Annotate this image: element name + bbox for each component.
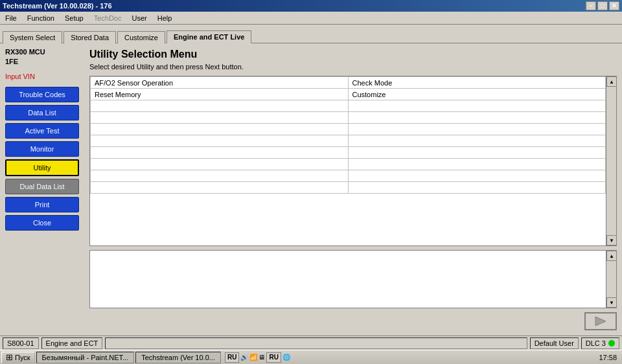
svg-marker-0 xyxy=(595,317,606,326)
info-scroll-down-button[interactable]: ▼ xyxy=(606,297,617,308)
status-s800: S800-01 xyxy=(3,337,39,349)
taskbar-item-paint[interactable]: Безымянный - Paint.NET... xyxy=(36,352,135,363)
titlebar-controls: − □ ✕ xyxy=(586,1,619,10)
info-scrollbar: ▲ ▼ xyxy=(606,251,616,308)
content-area: Utility Selection Menu Select desired Ut… xyxy=(84,43,622,336)
titlebar-title: Techstream (Ver 10.00.028) - 176 xyxy=(3,2,112,10)
table-row[interactable] xyxy=(91,147,606,159)
tab-system-select[interactable]: System Select xyxy=(3,31,62,43)
taskbar-time: 17:58 xyxy=(595,354,621,361)
status-user: Default User xyxy=(530,337,579,349)
page-title: Utility Selection Menu xyxy=(89,49,617,60)
next-button[interactable] xyxy=(584,312,617,330)
table-cell-col2: Customize xyxy=(348,89,606,100)
tab-customize[interactable]: Customize xyxy=(117,31,165,43)
close-button-sidebar[interactable]: Close xyxy=(5,215,79,231)
lang-ru-button[interactable]: RU xyxy=(225,352,239,363)
tab-stored-data[interactable]: Stored Data xyxy=(63,31,116,43)
table-inner: AF/O2 Sensor Operation Check Mode Reset … xyxy=(90,76,606,245)
tab-engine-ect-live[interactable]: Engine and ECT Live xyxy=(167,30,251,43)
taskbar-item-techstream[interactable]: Techstream (Ver 10.0... xyxy=(135,352,221,363)
table-cell-col1: AF/O2 Sensor Operation xyxy=(91,77,349,89)
status-dlc: DLC 3 xyxy=(581,337,619,349)
restore-button[interactable]: □ xyxy=(597,1,608,10)
taskbar-icon4: 🌐 xyxy=(282,354,290,361)
status-spacer xyxy=(105,337,527,349)
info-panel: ▲ ▼ xyxy=(89,250,617,308)
table-row[interactable] xyxy=(91,159,606,170)
taskbar-icons: RU 🔊 📶 🖥 RU 🌐 xyxy=(222,352,293,363)
dual-data-list-button[interactable]: Dual Data List xyxy=(5,179,79,194)
close-button[interactable]: ✕ xyxy=(609,1,619,10)
menu-file[interactable]: File xyxy=(3,13,19,23)
table-row[interactable]: Reset Memory Customize xyxy=(91,89,606,100)
windows-icon: ⊞ xyxy=(6,352,13,362)
status-ecu: Engine and ECT xyxy=(41,337,103,349)
sidebar: RX300 MCU1FE Input VIN Trouble Codes Dat… xyxy=(0,43,84,336)
utility-table-container: AF/O2 Sensor Operation Check Mode Reset … xyxy=(89,76,617,246)
dlc-indicator xyxy=(608,340,615,347)
vehicle-info: RX300 MCU1FE xyxy=(5,47,79,67)
print-button[interactable]: Print xyxy=(5,197,79,212)
table-cell-col1: Reset Memory xyxy=(91,89,349,100)
active-test-button[interactable]: Active Test xyxy=(5,123,79,139)
page-subtitle: Select desired Utility and then press Ne… xyxy=(89,63,617,71)
minimize-button[interactable]: − xyxy=(586,1,596,10)
menu-user[interactable]: User xyxy=(129,13,149,23)
trouble-codes-button[interactable]: Trouble Codes xyxy=(5,87,79,102)
table-row[interactable] xyxy=(91,182,606,194)
taskbar-icon3: 🖥 xyxy=(259,354,265,361)
scroll-up-button[interactable]: ▲ xyxy=(606,76,617,87)
utility-table: AF/O2 Sensor Operation Check Mode Reset … xyxy=(90,76,606,194)
table-row[interactable] xyxy=(91,112,606,124)
statusbar: S800-01 Engine and ECT Default User DLC … xyxy=(0,336,622,350)
info-scroll-up-button[interactable]: ▲ xyxy=(606,251,617,261)
table-cell-col2: Check Mode xyxy=(348,77,606,89)
start-button[interactable]: ⊞ Пуск xyxy=(1,352,35,363)
table-row[interactable]: AF/O2 Sensor Operation Check Mode xyxy=(91,77,606,89)
menu-function[interactable]: Function xyxy=(25,13,57,23)
utility-button[interactable]: Utility xyxy=(5,159,79,176)
main-area: RX300 MCU1FE Input VIN Trouble Codes Dat… xyxy=(0,43,622,336)
menu-help[interactable]: Help xyxy=(155,13,175,23)
taskbar: ⊞ Пуск Безымянный - Paint.NET... Techstr… xyxy=(0,350,622,364)
menu-techdoc[interactable]: TechDoc xyxy=(91,13,124,23)
next-button-area xyxy=(89,312,617,330)
titlebar: Techstream (Ver 10.00.028) - 176 − □ ✕ xyxy=(0,0,622,12)
table-scrollbar: ▲ ▼ xyxy=(606,76,616,245)
scroll-track xyxy=(606,87,616,235)
info-scroll-track xyxy=(606,261,616,297)
tabs: System Select Stored Data Customize Engi… xyxy=(0,25,622,43)
table-row[interactable] xyxy=(91,124,606,135)
monitor-button[interactable]: Monitor xyxy=(5,141,79,157)
info-inner xyxy=(90,251,606,308)
lang-ru2-button[interactable]: RU xyxy=(266,352,281,363)
input-vin-label: Input VIN xyxy=(5,73,79,80)
table-row[interactable] xyxy=(91,135,606,147)
taskbar-icon1: 🔊 xyxy=(240,354,248,361)
menubar: File Function Setup TechDoc User Help xyxy=(0,12,622,25)
scroll-down-button[interactable]: ▼ xyxy=(606,235,617,245)
data-list-button[interactable]: Data List xyxy=(5,105,79,120)
menu-setup[interactable]: Setup xyxy=(62,13,86,23)
taskbar-icon2: 📶 xyxy=(249,354,257,361)
table-row[interactable] xyxy=(91,100,606,112)
table-row[interactable] xyxy=(91,170,606,182)
